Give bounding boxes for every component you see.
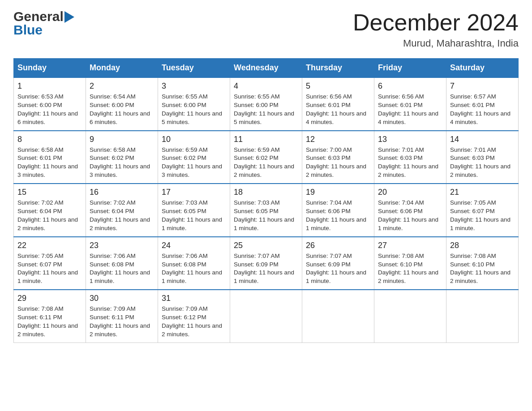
calendar-cell: 23Sunrise: 7:06 AMSunset: 6:08 PMDayligh… [86,237,158,290]
calendar-week-5: 29Sunrise: 7:08 AMSunset: 6:11 PMDayligh… [14,290,519,342]
calendar-cell [374,290,446,342]
calendar-cell: 24Sunrise: 7:06 AMSunset: 6:08 PMDayligh… [158,237,230,290]
column-header-sunday: Sunday [14,59,86,78]
month-title: December 2024 [353,9,519,36]
day-info: Sunrise: 7:03 AMSunset: 6:05 PMDaylight:… [162,199,226,233]
day-info: Sunrise: 6:59 AMSunset: 6:02 PMDaylight:… [162,146,226,180]
calendar-cell: 28Sunrise: 7:08 AMSunset: 6:10 PMDayligh… [446,237,519,290]
calendar-cell: 8Sunrise: 6:58 AMSunset: 6:01 PMDaylight… [14,131,86,184]
day-number: 6 [378,81,442,91]
calendar-cell: 22Sunrise: 7:05 AMSunset: 6:07 PMDayligh… [14,237,86,290]
day-info: Sunrise: 7:02 AMSunset: 6:04 PMDaylight:… [90,199,154,233]
day-info: Sunrise: 6:55 AMSunset: 6:00 PMDaylight:… [234,93,298,127]
day-info: Sunrise: 7:08 AMSunset: 6:10 PMDaylight:… [378,252,442,286]
day-info: Sunrise: 7:07 AMSunset: 6:09 PMDaylight:… [234,252,298,286]
day-info: Sunrise: 7:01 AMSunset: 6:03 PMDaylight:… [450,146,515,180]
calendar-cell: 11Sunrise: 6:59 AMSunset: 6:02 PMDayligh… [230,131,302,184]
logo-triangle-icon [64,11,74,23]
day-number: 22 [17,241,82,250]
calendar-cell: 3Sunrise: 6:55 AMSunset: 6:00 PMDaylight… [158,77,230,131]
day-info: Sunrise: 7:05 AMSunset: 6:07 PMDaylight:… [450,199,515,233]
location-title: Murud, Maharashtra, India [353,38,519,49]
calendar-cell: 7Sunrise: 6:57 AMSunset: 6:01 PMDaylight… [446,77,519,131]
calendar-cell: 25Sunrise: 7:07 AMSunset: 6:09 PMDayligh… [230,237,302,290]
calendar-cell [230,290,302,342]
day-number: 12 [306,135,370,144]
day-info: Sunrise: 7:06 AMSunset: 6:08 PMDaylight:… [162,252,226,286]
day-number: 16 [90,188,154,197]
day-number: 29 [17,294,82,303]
day-number: 4 [234,81,298,91]
day-number: 31 [162,294,226,303]
column-header-tuesday: Tuesday [158,59,230,78]
day-number: 27 [378,241,442,250]
calendar-cell: 26Sunrise: 7:07 AMSunset: 6:09 PMDayligh… [302,237,374,290]
day-info: Sunrise: 6:57 AMSunset: 6:01 PMDaylight:… [450,93,515,127]
day-number: 21 [450,188,515,197]
day-info: Sunrise: 6:54 AMSunset: 6:00 PMDaylight:… [90,93,154,127]
day-info: Sunrise: 7:06 AMSunset: 6:08 PMDaylight:… [90,252,154,286]
column-header-saturday: Saturday [446,59,519,78]
calendar-week-1: 1Sunrise: 6:53 AMSunset: 6:00 PMDaylight… [14,77,519,131]
day-info: Sunrise: 6:58 AMSunset: 6:02 PMDaylight:… [90,146,154,180]
day-info: Sunrise: 7:08 AMSunset: 6:10 PMDaylight:… [450,252,515,286]
calendar-cell: 30Sunrise: 7:09 AMSunset: 6:11 PMDayligh… [86,290,158,342]
title-section: December 2024 Murud, Maharashtra, India [353,9,519,49]
column-header-wednesday: Wednesday [230,59,302,78]
day-info: Sunrise: 7:05 AMSunset: 6:07 PMDaylight:… [17,252,82,286]
day-number: 7 [450,81,515,91]
day-info: Sunrise: 7:04 AMSunset: 6:06 PMDaylight:… [378,199,442,233]
day-number: 28 [450,241,515,250]
day-number: 30 [90,294,154,303]
day-info: Sunrise: 7:01 AMSunset: 6:03 PMDaylight:… [378,146,442,180]
day-info: Sunrise: 7:03 AMSunset: 6:05 PMDaylight:… [234,199,298,233]
column-header-thursday: Thursday [302,59,374,78]
calendar-cell: 29Sunrise: 7:08 AMSunset: 6:11 PMDayligh… [14,290,86,342]
calendar-cell: 5Sunrise: 6:56 AMSunset: 6:01 PMDaylight… [302,77,374,131]
calendar-cell: 1Sunrise: 6:53 AMSunset: 6:00 PMDaylight… [14,77,86,131]
day-number: 15 [17,188,82,197]
day-info: Sunrise: 6:56 AMSunset: 6:01 PMDaylight:… [306,93,370,127]
day-number: 11 [234,135,298,144]
day-info: Sunrise: 6:53 AMSunset: 6:00 PMDaylight:… [17,93,82,127]
calendar-cell: 18Sunrise: 7:03 AMSunset: 6:05 PMDayligh… [230,184,302,237]
day-number: 18 [234,188,298,197]
day-info: Sunrise: 7:04 AMSunset: 6:06 PMDaylight:… [306,199,370,233]
day-info: Sunrise: 7:00 AMSunset: 6:03 PMDaylight:… [306,146,370,180]
calendar-cell: 13Sunrise: 7:01 AMSunset: 6:03 PMDayligh… [374,131,446,184]
page-header: General Blue December 2024 Murud, Mahara… [13,9,519,49]
calendar-week-4: 22Sunrise: 7:05 AMSunset: 6:07 PMDayligh… [14,237,519,290]
column-header-monday: Monday [86,59,158,78]
calendar-cell [302,290,374,342]
calendar-cell: 16Sunrise: 7:02 AMSunset: 6:04 PMDayligh… [86,184,158,237]
day-number: 9 [90,135,154,144]
day-info: Sunrise: 6:58 AMSunset: 6:01 PMDaylight:… [17,146,82,180]
day-number: 17 [162,188,226,197]
calendar-table: SundayMondayTuesdayWednesdayThursdayFrid… [13,58,519,343]
calendar-cell [446,290,519,342]
day-number: 13 [378,135,442,144]
calendar-cell: 4Sunrise: 6:55 AMSunset: 6:00 PMDaylight… [230,77,302,131]
day-number: 5 [306,81,370,91]
day-number: 20 [378,188,442,197]
calendar-cell: 6Sunrise: 6:56 AMSunset: 6:01 PMDaylight… [374,77,446,131]
calendar-cell: 12Sunrise: 7:00 AMSunset: 6:03 PMDayligh… [302,131,374,184]
calendar-week-3: 15Sunrise: 7:02 AMSunset: 6:04 PMDayligh… [14,184,519,237]
day-number: 26 [306,241,370,250]
calendar-cell: 27Sunrise: 7:08 AMSunset: 6:10 PMDayligh… [374,237,446,290]
day-info: Sunrise: 7:07 AMSunset: 6:09 PMDaylight:… [306,252,370,286]
calendar-week-2: 8Sunrise: 6:58 AMSunset: 6:01 PMDaylight… [14,131,519,184]
day-number: 8 [17,135,82,144]
day-number: 3 [162,81,226,91]
column-header-friday: Friday [374,59,446,78]
day-info: Sunrise: 7:02 AMSunset: 6:04 PMDaylight:… [17,199,82,233]
calendar-cell: 2Sunrise: 6:54 AMSunset: 6:00 PMDaylight… [86,77,158,131]
day-info: Sunrise: 7:09 AMSunset: 6:11 PMDaylight:… [90,305,154,339]
day-info: Sunrise: 7:09 AMSunset: 6:12 PMDaylight:… [162,305,226,339]
day-info: Sunrise: 6:55 AMSunset: 6:00 PMDaylight:… [162,93,226,127]
day-number: 23 [90,241,154,250]
calendar-cell: 10Sunrise: 6:59 AMSunset: 6:02 PMDayligh… [158,131,230,184]
day-number: 1 [17,81,82,91]
calendar-cell: 31Sunrise: 7:09 AMSunset: 6:12 PMDayligh… [158,290,230,342]
calendar-cell: 21Sunrise: 7:05 AMSunset: 6:07 PMDayligh… [446,184,519,237]
